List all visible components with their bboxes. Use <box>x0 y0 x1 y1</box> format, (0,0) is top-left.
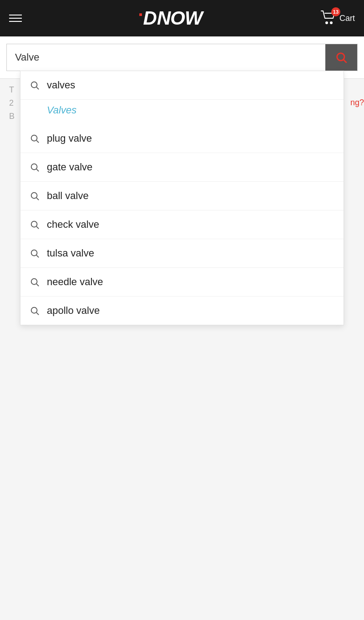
search-suggestion-icon-8 <box>30 306 40 316</box>
dropdown-category-valves[interactable]: Valves <box>20 100 344 124</box>
dropdown-item-tulsa-valve[interactable]: tulsa valve <box>20 239 344 268</box>
search-icon <box>335 51 348 64</box>
dropdown-item-gate-valve[interactable]: gate valve <box>20 153 344 182</box>
logo-now-text: NOW <box>157 7 202 29</box>
suggestion-text-plug-valve: plug valve <box>47 133 92 144</box>
search-dropdown: valves Valves plug valve gate valve ball… <box>20 71 344 325</box>
svg-point-14 <box>31 250 37 256</box>
svg-point-10 <box>31 193 37 199</box>
logo-red-mark: ■ <box>139 11 142 18</box>
logo-d: ■D <box>140 7 157 29</box>
suggestion-text-valves: valves <box>47 79 75 91</box>
category-text-valves: Valves <box>47 104 76 116</box>
search-suggestion-icon-2 <box>30 133 40 143</box>
cart-area[interactable]: 13 Cart <box>320 10 355 26</box>
svg-line-7 <box>36 140 39 143</box>
svg-point-18 <box>31 307 37 313</box>
svg-point-1 <box>330 22 332 24</box>
search-suggestion-icon <box>30 80 40 90</box>
svg-point-0 <box>326 22 328 24</box>
search-suggestion-icon-5 <box>30 220 40 230</box>
svg-line-3 <box>344 60 346 62</box>
suggestion-text-check-valve: check valve <box>47 219 99 231</box>
cart-label: Cart <box>339 14 355 23</box>
search-input-wrapper <box>6 44 358 71</box>
suggestion-text-gate-valve: gate valve <box>47 161 92 173</box>
dropdown-item-valves[interactable]: valves <box>20 71 344 100</box>
svg-line-17 <box>36 284 39 286</box>
search-button[interactable] <box>325 44 357 71</box>
svg-point-2 <box>337 53 344 61</box>
dropdown-item-check-valve[interactable]: check valve <box>20 210 344 239</box>
dropdown-item-apollo-valve[interactable]: apollo valve <box>20 297 344 325</box>
suggestion-text-apollo-valve: apollo valve <box>47 305 100 317</box>
search-suggestion-icon-7 <box>30 277 40 287</box>
svg-line-11 <box>36 198 39 200</box>
dropdown-item-ball-valve[interactable]: ball valve <box>20 182 344 210</box>
right-edge-text: ng? <box>350 98 364 108</box>
svg-line-19 <box>36 313 39 315</box>
suggestion-text-needle-valve: needle valve <box>47 276 103 288</box>
svg-point-8 <box>31 164 37 170</box>
dropdown-item-plug-valve[interactable]: plug valve <box>20 124 344 153</box>
svg-point-4 <box>31 82 37 88</box>
cart-icon-wrapper: 13 <box>320 10 337 26</box>
header: ■D NOW 13 Cart <box>0 0 364 36</box>
svg-line-13 <box>36 226 39 229</box>
svg-point-6 <box>31 135 37 141</box>
suggestion-text-tulsa-valve: tulsa valve <box>47 247 94 259</box>
svg-line-15 <box>36 255 39 257</box>
logo[interactable]: ■D NOW <box>140 7 202 29</box>
search-input[interactable] <box>7 44 325 71</box>
suggestion-text-ball-valve: ball valve <box>47 190 89 202</box>
svg-line-5 <box>36 87 39 89</box>
search-suggestion-icon-4 <box>30 191 40 201</box>
svg-point-16 <box>31 279 37 285</box>
svg-line-9 <box>36 169 39 171</box>
search-suggestion-icon-6 <box>30 248 40 258</box>
search-suggestion-icon-3 <box>30 162 40 172</box>
menu-icon[interactable] <box>9 15 22 22</box>
cart-badge: 13 <box>331 7 340 16</box>
dropdown-item-needle-valve[interactable]: needle valve <box>20 268 344 297</box>
svg-point-12 <box>31 221 37 227</box>
